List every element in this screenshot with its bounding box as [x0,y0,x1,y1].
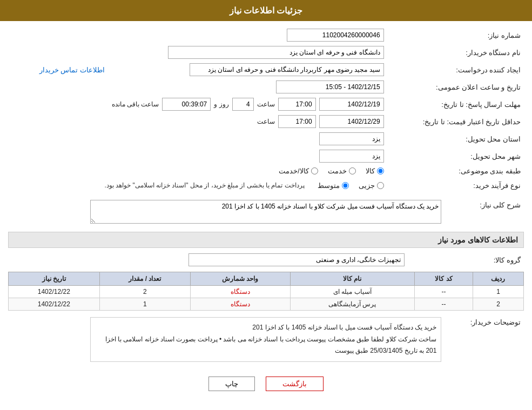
buttons-row: بازگشت چاپ [8,377,524,391]
cell-row: 1 [473,286,523,298]
remaining-input[interactable] [162,98,211,111]
product-group-table: گروه کالا: [8,251,524,268]
col-row: ردیف [473,272,523,286]
goods-table: ردیف کد کالا نام کالا واحد شمارش تعداد /… [8,272,524,311]
buyer-org-input[interactable] [168,46,384,59]
cell-unit[interactable]: دستگاه [191,286,291,298]
product-group-input[interactable] [188,253,405,266]
time-label: ساعت [257,100,275,108]
process-motavasset-radio[interactable] [342,182,349,189]
category-kala-khadamat-label: کالا/خدمت [279,167,318,175]
process-jozii-radio[interactable] [377,182,384,189]
announce-label: تاریخ و ساعت اعلان عمومی: [387,78,524,96]
col-qty: تعداد / مقدار [99,272,190,286]
col-date: تاریخ نیاز [9,272,100,286]
general-desc-label: شرح کلی نیاز: [445,198,524,227]
cell-unit[interactable]: دستگاه [191,298,291,311]
announce-datetime-input[interactable] [276,80,384,93]
cell-name: آسیاب میله ای [290,286,414,298]
info-table: شماره نیاز: نام دستگاه خریدار: ایجاد کنن… [8,26,524,193]
category-khadamat-radio[interactable] [349,167,356,174]
category-label: طبقه بندی موضوعی: [387,165,524,177]
delivery-city-label: شهر محل تحویل: [387,147,524,165]
category-kala-label: کالا [366,167,384,175]
page-title: جزئیات اطلاعات نیاز [230,6,303,15]
cell-name: پرس آزمایشگاهی [290,298,414,311]
process-jozii-label: جزیی [359,182,384,190]
price-date-input[interactable] [319,115,384,128]
contact-link[interactable]: اطلاعات تماس خریدار [39,66,105,74]
col-unit: واحد شمارش [191,272,291,286]
remaining-label: ساعت باقی مانده [112,100,159,108]
requester-input[interactable] [190,63,384,76]
buyer-description-table: توضیحات خریدار: خرید یک دستگاه آسیاب فست… [8,315,524,368]
table-row: 1 -- آسیاب میله ای دستگاه 2 1402/12/22 [9,286,524,298]
col-name: نام کالا [290,272,414,286]
need-number-input[interactable] [287,29,384,42]
cell-qty: 1 [99,298,190,311]
process-label: نوع فرآیند خرید: [387,177,524,193]
print-button[interactable]: چاپ [208,377,255,391]
price-deadline-label: حداقل تاریخ اعتبار قیمت: تا تاریخ: [387,113,524,130]
buyer-org-label: نام دستگاه خریدار: [387,44,524,61]
requester-label: ایجاد کننده درخواست: [387,61,524,78]
response-time-input[interactable] [278,98,316,111]
days-label: روز و [214,100,228,108]
price-time-input[interactable] [278,115,316,128]
price-time-label: ساعت [257,118,275,125]
general-desc-textarea[interactable]: خرید یک دستگاه آسیاب فست میل شرکت کلاو ب… [90,200,441,224]
main-content: شماره نیاز: نام دستگاه خریدار: ایجاد کنن… [0,21,532,402]
delivery-city-input[interactable] [319,150,384,163]
cell-qty: 2 [99,286,190,298]
category-kala-radio[interactable] [377,167,384,174]
category-khadamat-label: خدمت [328,167,356,175]
product-group-label: گروه کالا: [408,251,524,268]
buyer-desc-box: خرید یک دستگاه آسیاب فست میل با اسناد خز… [90,317,441,362]
category-kala-khadamat-radio[interactable] [311,167,318,174]
col-code: کد کالا [415,272,473,286]
delivery-province-label: استان محل تحویل: [387,130,524,147]
cell-row: 2 [473,298,523,311]
table-row: 2 -- پرس آزمایشگاهی دستگاه 1 1402/12/22 [9,298,524,311]
process-note: پرداخت تمام یا بخشی از مبلغ خرید، از محل… [101,179,307,191]
cell-date: 1402/12/22 [9,298,100,311]
page-container: جزئیات اطلاعات نیاز شماره نیاز: نام دستگ… [0,0,532,410]
goods-section-title: اطلاعات کالاهای مورد نیاز [8,232,524,248]
days-input[interactable] [232,98,254,111]
general-description-table: شرح کلی نیاز: خرید یک دستگاه آسیاب فست م… [8,198,524,227]
page-header: جزئیات اطلاعات نیاز [0,0,532,21]
response-date-input[interactable] [319,98,384,111]
need-number-label: شماره نیاز: [387,26,524,44]
cell-code: -- [415,286,473,298]
response-deadline-label: مهلت ارسال پاسخ: تا تاریخ: [387,96,524,113]
process-motavasset-label: متوسط [318,182,349,190]
cell-code: -- [415,298,473,311]
back-button[interactable]: بازگشت [266,377,324,391]
cell-date: 1402/12/22 [9,286,100,298]
buyer-desc-label: توضیحات خریدار: [445,315,524,368]
delivery-province-input[interactable] [319,132,384,145]
